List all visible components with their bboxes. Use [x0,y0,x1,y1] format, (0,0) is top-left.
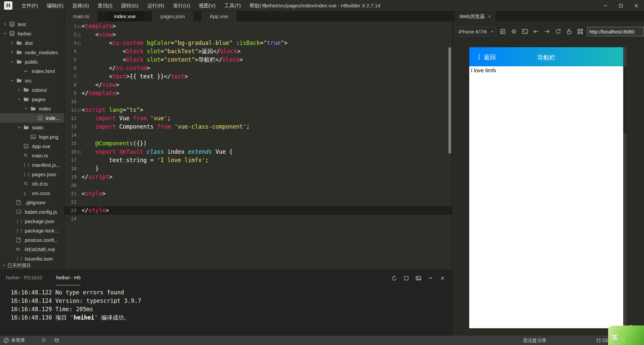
chevron-right-icon[interactable] [10,51,16,54]
tree-item[interactable]: public [0,57,64,66]
code-line[interactable]: 24 [64,215,452,223]
code-line[interactable]: 7 <text>{{ text }}</text> [64,72,452,81]
chevron-down-icon[interactable] [24,107,31,110]
back-icon[interactable] [532,28,540,35]
code-line[interactable]: 8 </view> [64,81,452,89]
clear-icon[interactable] [439,274,446,282]
login-status[interactable]: 未登录 [11,337,25,343]
restart-icon[interactable] [390,274,398,282]
tree-item[interactable]: index [0,104,64,113]
code-line[interactable]: 4 <block slot="backText">返回</block> [64,47,452,56]
code-line[interactable]: 12 import Vue from 'vue'; [64,114,452,123]
tab-close-icon[interactable]: × [488,11,491,21]
code-line[interactable]: 10 [64,97,452,106]
code-line[interactable]: 13 import Components from 'vue-class-com… [64,123,452,131]
chevron-down-icon[interactable] [17,98,23,101]
tree-item[interactable]: TSmain.ts [0,151,64,160]
menu-item-6[interactable]: 发行(U) [169,0,195,11]
qrcode-icon[interactable] [577,28,584,35]
tree-item[interactable]: [ ]package.json [0,216,64,226]
tree-item[interactable]: [ ]pages.json [0,169,64,179]
forward-icon[interactable] [543,28,551,35]
tree-item[interactable]: src [0,76,64,85]
tree-item[interactable]: colorui [0,85,64,94]
stop-icon[interactable] [402,274,410,282]
code-line[interactable]: 11<script lang="ts"> [64,106,452,114]
menu-item-2[interactable]: 选择(S) [68,0,93,11]
code-line[interactable]: 9</template> [64,89,452,97]
editor-tab-App.vue[interactable]: App.vue [201,11,236,21]
code-line[interactable]: 20 [64,181,452,190]
editor-tab-index.vue[interactable]: index.vue [106,11,144,21]
account-icon[interactable] [3,338,9,343]
refresh-icon[interactable] [554,28,562,35]
tree-item[interactable]: pages [0,94,64,104]
tree-item[interactable]: node_modules [0,48,64,57]
chevron-right-icon[interactable] [17,88,23,91]
code-line[interactable]: 14 [64,131,452,139]
code-line[interactable]: 23</style> [64,206,452,215]
line-number-status[interactable]: 行:23 [596,336,607,345]
syntax-library-status[interactable]: 语法提示库 [523,336,546,345]
code-line[interactable]: 17 text:string = 'I love limfx'; [64,156,452,164]
tree-item[interactable]: Vinde... [0,113,64,123]
console-tab[interactable]: heihei - H5 [56,271,81,285]
code-line[interactable]: 19</script> [64,173,452,181]
tree-item[interactable]: <>index.html [0,66,64,76]
console-icon[interactable] [521,28,529,35]
chevron-down-icon[interactable] [17,126,23,129]
menu-item-8[interactable]: 工具(T) [220,0,245,11]
code-line[interactable]: 21<style> [64,190,452,198]
menu-item-3[interactable]: 查找(I) [93,0,117,11]
code-line[interactable]: 6 </cu-custom> [64,64,452,72]
tree-item[interactable]: [ ]package-lock... [0,226,64,235]
preview-scrollbar-thumb[interactable] [623,66,627,133]
code-line[interactable]: 16 export default class index extends Vu… [64,148,452,156]
code-line[interactable]: 22 [64,198,452,206]
console-tab[interactable]: heihei - PD1610 [6,271,42,285]
chevron-down-icon[interactable] [10,60,16,63]
tree-item[interactable]: heihei [0,29,64,38]
tree-item[interactable]: .gitignore [0,198,64,207]
tree-item[interactable]: dist [0,38,64,48]
device-select[interactable]: iPhone 6/7/8 ▾ [455,27,496,36]
open-in-window-icon[interactable] [499,28,506,35]
chevron-down-icon[interactable] [10,79,16,82]
close-icon[interactable] [629,0,644,11]
closed-projects-bar[interactable]: 已关闭项目 [0,261,64,270]
maximize-icon[interactable] [613,0,629,11]
tab-web-browser[interactable]: Web浏览器 × [455,11,496,21]
settings-icon[interactable] [510,28,518,35]
collapse-icon[interactable] [427,274,434,282]
tree-item[interactable]: [ ]manifest.js... [0,160,64,169]
tree-item[interactable]: test [0,19,64,29]
outline-icon[interactable] [41,338,47,343]
fold-icon[interactable] [77,151,80,154]
tree-item[interactable]: VApp.vue [0,141,64,151]
code-line[interactable]: 1<template> [64,22,452,30]
tree-item[interactable]: static [0,123,64,132]
tree-item[interactable]: Jbabel.config.js [0,207,64,216]
panel-icon[interactable] [54,338,59,343]
code-line[interactable]: 2 <view> [64,30,452,39]
screenshot-icon[interactable] [415,274,422,282]
editor-tab-main.ts[interactable]: main.ts [65,11,98,21]
menu-item-7[interactable]: 视图(V) [195,0,220,11]
menu-item-9[interactable]: 帮助(Y) [245,0,271,11]
code-line[interactable]: 3 <cu-custom bgColor="bg-gradual-blue" :… [64,39,452,47]
menu-item-4[interactable]: 跳转(G) [117,0,143,11]
tree-item[interactable]: postcss.confi... [0,235,64,245]
chevron-down-icon[interactable] [3,32,9,35]
fold-icon[interactable] [77,42,80,45]
preview-scrollbar[interactable] [623,47,627,328]
menu-item-5[interactable]: 运行(R) [143,0,169,11]
fold-icon[interactable] [77,109,80,112]
chevron-right-icon[interactable] [3,22,9,26]
minimize-icon[interactable] [598,0,613,11]
chevron-right-icon[interactable] [10,41,16,45]
code-line[interactable]: 15 @Components({}) [64,139,452,148]
tree-item[interactable]: ςuni.scss [0,188,64,198]
lock-icon[interactable] [566,28,573,35]
editor-scrollbar[interactable] [448,47,451,154]
fold-icon[interactable] [77,25,80,28]
